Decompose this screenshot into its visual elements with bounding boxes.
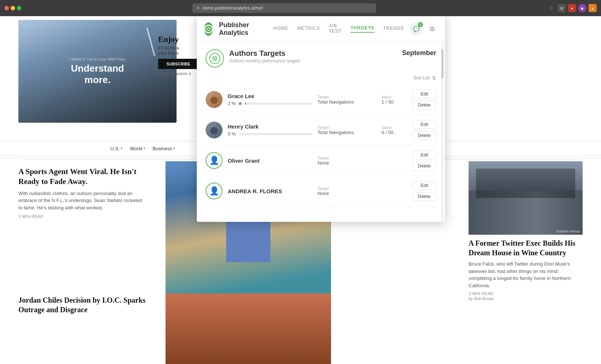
world-chevron-icon: ▾ xyxy=(143,147,145,150)
nyt-article-house: Matthew Milman A Former Twitter Exec Bui… xyxy=(469,161,583,301)
pa-edit-oliver[interactable]: Edit xyxy=(412,151,436,159)
pa-nav-abtest[interactable]: A/B TEST xyxy=(329,23,342,35)
publisher-analytics-panel: Publisher Analytics HOME METRICS A/B TES… xyxy=(197,16,445,222)
pa-value-henry: Value 0 / 50 xyxy=(381,125,403,135)
grace-progress-fill xyxy=(245,102,246,105)
business-chevron-icon: ▾ xyxy=(173,147,175,150)
pa-author-info-grace: Grace Lee 2 % xyxy=(228,93,312,106)
henry-progress-bar xyxy=(239,133,312,135)
nyt-sports-read-time: 3 MIN READ xyxy=(18,214,147,219)
pa-panel-title: Authors Targets xyxy=(229,49,402,58)
pa-panel-content: Authors Targets Authors monthly peforman… xyxy=(197,42,445,222)
pa-target-grace: Target Total Navigations xyxy=(317,95,376,105)
pa-avatar-henry xyxy=(206,122,223,138)
extension-icon-3[interactable]: ◆ xyxy=(578,4,586,12)
pa-author-row-grace: Grace Lee 2 % Target Total Navigations V… xyxy=(206,84,436,115)
pa-nav-home[interactable]: HOME xyxy=(273,25,288,32)
maximize-dot[interactable] xyxy=(17,6,21,10)
browser-window-controls xyxy=(4,6,21,10)
person-placeholder-icon-2: 👤 xyxy=(209,186,219,196)
pa-header-actions: 💬 5 ⚙ xyxy=(410,23,438,35)
pa-value-grace: Value 1 / 50 xyxy=(381,95,403,105)
pa-nav-trends[interactable]: TRENDS xyxy=(383,25,404,32)
pa-chat-button[interactable]: 💬 5 xyxy=(410,23,422,35)
pa-author-info-oliver: Oliver Grant xyxy=(228,158,312,164)
pa-author-name-andrea: ANDREA R. FLORES xyxy=(228,188,312,194)
pa-header: Publisher Analytics HOME METRICS A/B TES… xyxy=(197,16,445,42)
pa-chat-badge: 5 xyxy=(418,22,423,27)
nyt-house-image: Matthew Milman xyxy=(469,161,583,235)
pa-author-row-henry: Henry Clark 0 % Target Total Navigations… xyxy=(206,115,436,145)
pa-nav-metrics[interactable]: METRICS xyxy=(297,25,320,32)
nyt-article-sports: A Sports Agent Went Viral. He Isn't Read… xyxy=(18,167,147,219)
pa-logo-icon xyxy=(204,22,213,36)
nyt-nav-us[interactable]: U.S. ▾ xyxy=(110,146,122,151)
pa-author-row-andrea: 👤 ANDREA R. FLORES Target None Edit Dele… xyxy=(206,176,436,206)
pa-panel-title-area: Authors Targets Authors monthly peforman… xyxy=(229,49,402,64)
pa-navigation: HOME METRICS A/B TEST TARGETS TRENDS xyxy=(273,23,404,35)
pa-author-percent-henry: 0 % xyxy=(228,131,312,137)
nyt-nav-world[interactable]: World ▾ xyxy=(130,146,145,151)
sort-icon[interactable]: ⇅ xyxy=(432,75,436,81)
us-chevron-icon: ▾ xyxy=(121,147,122,150)
pa-delete-andrea[interactable]: Delete xyxy=(412,192,436,201)
star-icon[interactable]: ☆ xyxy=(547,4,555,12)
pa-avatar-oliver: 👤 xyxy=(206,152,223,169)
close-dot[interactable] xyxy=(4,6,9,10)
grace-indicator-dot xyxy=(239,102,242,105)
url-text: demo.publisheranalytics.ai/nyt/ xyxy=(203,6,263,11)
browser-toolbar-icons: ☆ ⊞ ● ◆ ▲ xyxy=(547,4,597,12)
nyt-euro-text: €3 €0.50 a xyxy=(158,46,199,51)
pa-target-andrea: Target None xyxy=(317,186,376,196)
extension-icon-1[interactable]: ⊞ xyxy=(558,4,566,12)
nyt-house-byline: by Bob Brown xyxy=(469,296,583,301)
nyt-house-credit: Matthew Milman xyxy=(556,230,580,233)
pa-edit-henry[interactable]: Edit xyxy=(412,120,436,129)
pa-nav-targets[interactable]: TARGETS xyxy=(351,25,374,33)
pa-sort-label: Sort List xyxy=(413,75,430,80)
pa-target-oliver: Target None xyxy=(317,156,376,166)
nyt-sports-body: With outlandish clothes, an outsize pers… xyxy=(18,190,147,212)
pa-actions-andrea: Edit Delete xyxy=(412,181,436,201)
pa-author-info-henry: Henry Clark 0 % xyxy=(228,123,312,137)
main-area: The New York Times I Admit It. I'm in Lo… xyxy=(0,16,601,364)
nyt-subscribe-area: Enjoy €3 €0.50 a your first s SUBSCRIBE … xyxy=(158,35,199,76)
pa-author-name-oliver: Oliver Grant xyxy=(228,158,312,164)
pa-scrollbar-thumb[interactable] xyxy=(441,49,444,79)
nyt-house-body: Bruce Falck, who left Twitter during Elo… xyxy=(469,260,583,289)
pa-actions-grace: Edit Delete xyxy=(412,90,436,109)
minimize-dot[interactable] xyxy=(11,6,15,10)
pa-delete-oliver[interactable]: Delete xyxy=(412,162,436,170)
pa-delete-grace[interactable]: Delete xyxy=(412,101,436,109)
subscribe-button[interactable]: SUBSCRIBE xyxy=(158,59,199,69)
extension-icon-2[interactable]: ● xyxy=(568,4,576,12)
pa-edit-andrea[interactable]: Edit xyxy=(412,181,436,190)
pa-sort-row: Sort List ⇅ xyxy=(206,75,436,81)
extension-icon-4[interactable]: ▲ xyxy=(588,4,597,12)
address-bar[interactable]: ⚙ demo.publisheranalytics.ai/nyt/ xyxy=(192,3,376,13)
nyt-jordan-title: Jordan Chiles Decision by I.O.C. Sparks … xyxy=(18,295,147,314)
pa-author-name-henry: Henry Clark xyxy=(228,123,312,130)
pa-actions-henry: Edit Delete xyxy=(412,120,436,140)
nyt-sports-title: A Sports Agent Went Viral. He Isn't Read… xyxy=(18,167,147,187)
pa-author-percent-grace: 2 % xyxy=(228,101,312,106)
pa-avatar-grace xyxy=(206,91,223,108)
nyt-first-text: your first s xyxy=(158,51,199,56)
pa-delete-henry[interactable]: Delete xyxy=(412,131,436,140)
nyt-subscribe-enjoy: Enjoy xyxy=(158,35,199,44)
pa-panel-header-row: Authors Targets Authors monthly peforman… xyxy=(206,49,436,68)
pa-edit-grace[interactable]: Edit xyxy=(412,90,436,98)
pa-settings-button[interactable]: ⚙ xyxy=(427,24,438,35)
pa-author-row-oliver: 👤 Oliver Grant Target None Edit Delete xyxy=(206,145,436,176)
nyt-house-read-time: 3 MIN READ xyxy=(469,291,583,296)
grace-progress-bar xyxy=(245,102,312,105)
pa-actions-oliver: Edit Delete xyxy=(412,151,436,170)
pa-author-info-andrea: ANDREA R. FLORES xyxy=(228,188,312,194)
pa-panel-month: September xyxy=(402,49,436,57)
pa-panel-subtitle: Authors monthly peformance targets xyxy=(229,58,402,64)
nyt-nav-business[interactable]: Business ▾ xyxy=(153,146,175,151)
pa-target-henry: Target Total Navigations xyxy=(317,125,376,135)
nyt-hero-overlay: I Admit It. I'm in Love With Fear. Under… xyxy=(58,57,137,86)
pa-scrollbar[interactable] xyxy=(441,42,444,222)
pa-panel-authors-icon xyxy=(206,49,224,68)
